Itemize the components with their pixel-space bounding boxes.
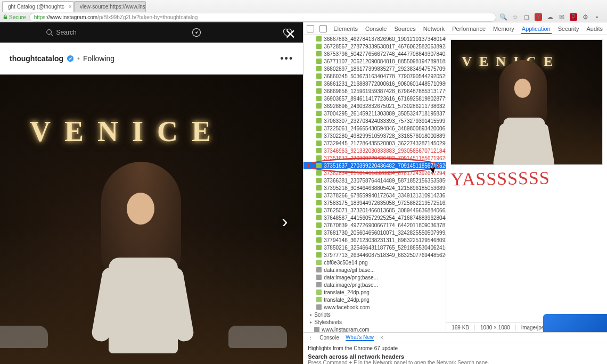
file-row[interactable]: 36753798_504277656672746_444770884930784… (304, 50, 446, 57)
file-icon (316, 103, 322, 109)
more-icon[interactable]: ••• (280, 53, 293, 64)
file-row[interactable]: data:image/gif;base... (304, 266, 446, 274)
file-row[interactable]: 37681730_205604656010071_324282555050799… (304, 229, 446, 236)
pinterest-icon[interactable]: P (570, 13, 577, 21)
close-icon[interactable]: × (380, 335, 383, 341)
file-size: 169 KB (446, 325, 475, 330)
promo-banner[interactable] (543, 314, 607, 332)
close-icon[interactable]: × (285, 24, 296, 43)
tab-sources[interactable]: Sources (393, 23, 416, 34)
file-row[interactable]: 37794146_367123038231311_898322512954680… (304, 236, 446, 244)
file-row[interactable]: 36861231_216888772000616_906060144857109… (304, 80, 446, 87)
tab-performance[interactable]: Performance (451, 23, 487, 34)
browser-tab[interactable]: view-source:https://www.insta × (74, 1, 146, 12)
file-row[interactable]: 36928896_246032832675021_573028621173863… (304, 102, 446, 110)
file-row[interactable]: 37329445_217286435520003_362274328714502… (304, 139, 446, 147)
file-row[interactable]: 37850216_325466431187765_529188553040624… (304, 244, 446, 251)
browser-chrome: ght Catalog (@thoughtc × view-source:htt… (0, 0, 607, 22)
file-row[interactable]: 37004295_261459211303889_350532471819583… (304, 110, 446, 117)
file-row[interactable]: 37648587_441560572925254_471687488396280… (304, 214, 446, 221)
file-row[interactable]: translate_24dp.png (304, 288, 446, 296)
file-row[interactable]: 37395218_308464638805424_121589618505368… (304, 184, 446, 192)
file-row[interactable]: 36771107_206212090084818_885509819478981… (304, 57, 446, 65)
file-row[interactable]: 36903657_894611417723616_671692581980287… (304, 95, 446, 102)
file-row[interactable]: translate_24dp.png (304, 296, 446, 303)
file-name: 37681730_205604656010071_324282555050799… (324, 230, 446, 236)
file-row[interactable]: 37378266_678559940172634_334913131091423… (304, 192, 446, 199)
secure-badge[interactable]: Secure (3, 14, 26, 20)
tab-application[interactable]: Application (521, 23, 552, 34)
url-input[interactable]: https ://www.instagram.com /p/Blx99bZg2L… (29, 13, 496, 22)
preview-image[interactable]: VENICE (450, 39, 603, 165)
device-icon[interactable] (319, 25, 327, 32)
file-row[interactable]: 37225061_246665430594846_348980089342000… (304, 125, 446, 132)
file-row[interactable]: 37351637_270399220436482_709145118567196… (304, 162, 446, 169)
file-row[interactable]: 36860345_503673163404778_779079054429205… (304, 72, 446, 80)
sign-text: VENICE (30, 115, 225, 148)
file-row[interactable]: cbf8e3c50e14.png (304, 259, 446, 266)
tab-bar: ght Catalog (@thoughtc × view-source:htt… (0, 0, 607, 12)
file-row[interactable]: 37977713_263446087518349_663250776944856… (304, 251, 446, 259)
tab-audits[interactable]: Audits (585, 23, 604, 34)
file-row[interactable]: 37302280_498299510593728_331657601800088… (304, 132, 446, 139)
follow-status[interactable]: Following (83, 54, 114, 63)
zoom-icon[interactable]: 🔍 (499, 13, 507, 21)
tab-memory[interactable]: Memory (492, 23, 515, 34)
tree-host[interactable]: www.instagram.com (304, 326, 446, 332)
chevron-right-icon[interactable]: › (282, 211, 299, 228)
browser-tab[interactable]: ght Catalog (@thoughtc × (2, 1, 74, 12)
file-row[interactable]: 37351637_270399220436482_709145118567196… (304, 154, 446, 162)
file-row[interactable]: 37670839_497726900667174_644201180903637… (304, 221, 446, 229)
extension-icon[interactable]: ☁ (546, 13, 554, 21)
file-row[interactable]: 37583175_183944972635058_972588221957251… (304, 199, 446, 206)
tree-group[interactable]: ▸Stylesheets (304, 318, 446, 326)
file-row[interactable]: 36869658_125961959387428_679648788531317… (304, 87, 446, 95)
file-row[interactable]: 37063307_232703424033393_757327939141559… (304, 117, 446, 125)
tree-group[interactable]: ▸Scripts (304, 311, 446, 318)
tab-elements[interactable]: Elements (332, 23, 359, 34)
inspect-icon[interactable] (307, 25, 314, 32)
tab-security[interactable]: Security (557, 23, 580, 34)
file-icon (316, 133, 322, 138)
extension-icon[interactable]: ⚙ (581, 13, 589, 21)
file-row[interactable]: 36728567_278779339538017_467606258206389… (304, 43, 446, 50)
drawer-menu-icon[interactable]: ⋮ (308, 335, 313, 341)
file-row[interactable]: 37366381_230758764414489_587185215635358… (304, 177, 446, 184)
file-name: 37850216_325466431187765_529188553040624… (324, 245, 446, 251)
file-name: 37648587_441560572925254_471687488396280… (324, 215, 446, 221)
file-name: 37366381_230758764414489_587185215635358… (324, 178, 446, 184)
url-scheme: https (34, 14, 46, 20)
tab-title: ght Catalog (@thoughtc (8, 4, 64, 10)
extension-icon[interactable]: ▪ (593, 13, 601, 21)
compass-icon[interactable] (191, 27, 202, 38)
drawer-content: Search across all network headers Press … (304, 351, 607, 364)
file-row[interactable]: 37346963_921332030333883_293056567071218… (304, 147, 446, 154)
page-content: Search × thoughtcatalog • Following ••• … (0, 22, 303, 364)
profile-icon[interactable]: ◻ (523, 13, 530, 21)
tab-network[interactable]: Network (422, 23, 446, 34)
file-row[interactable]: 36667863_462784137826960_190121013734801… (304, 35, 446, 43)
search-input[interactable]: Search (11, 29, 111, 36)
extension-icon[interactable]: Y (535, 13, 542, 21)
file-row[interactable]: www.facebook.com (304, 303, 446, 311)
file-name: data:image/png;base... (324, 282, 378, 288)
close-icon[interactable]: × (69, 4, 72, 10)
extension-icon[interactable]: ✉ (558, 13, 565, 21)
file-row[interactable]: 37625071_373201466013685_308944663688406… (304, 206, 446, 214)
file-row[interactable]: data:image/png;base... (304, 274, 446, 281)
tab-console[interactable]: Console (364, 23, 388, 34)
post-image[interactable]: VENICE › (0, 75, 303, 364)
devtools-body: 36667863_462784137826960_190121013734801… (304, 35, 607, 332)
drawer-tab-whatsnew[interactable]: What's New (346, 334, 374, 341)
file-icon (316, 66, 322, 71)
post-handle[interactable]: thoughtcatalog • Following (10, 54, 114, 63)
drawer-tab-console[interactable]: Console (319, 335, 339, 341)
file-tree[interactable]: 36667863_462784137826960_190121013734801… (304, 35, 446, 332)
file-row[interactable]: 36802897_186177399835277_292383494757570… (304, 65, 446, 72)
file-name: 37977713_263446087518349_663250776944856… (324, 252, 446, 258)
file-row[interactable]: data:image/png;base... (304, 281, 446, 288)
car (0, 326, 48, 348)
file-row[interactable]: 37362834_211014616920634_678172439264729… (304, 169, 446, 177)
drawer-tabs: ⋮ Console What's New × (304, 333, 607, 343)
star-icon[interactable]: ☆ (511, 13, 519, 21)
